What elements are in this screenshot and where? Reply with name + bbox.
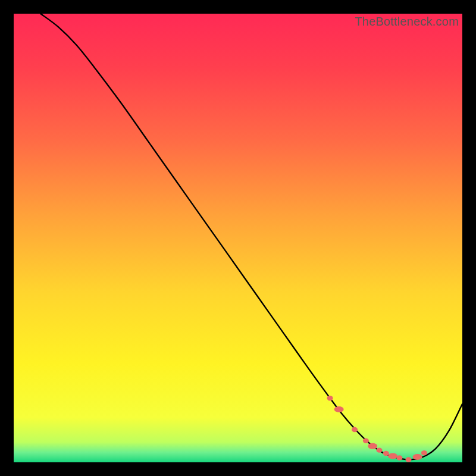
marker-dot (383, 451, 389, 456)
watermark-text: TheBottleneck.com (355, 15, 459, 29)
marker-dot (377, 447, 383, 452)
marker-dot (388, 453, 397, 459)
chart-svg (14, 14, 462, 462)
marker-dot (363, 439, 369, 443)
marker-dot (413, 454, 422, 460)
marker-dot (368, 443, 377, 449)
marker-dot (352, 427, 358, 432)
bottleneck-curve (40, 14, 462, 459)
chart-frame: TheBottleneck.com (14, 14, 462, 462)
marker-dot (406, 457, 412, 462)
optimal-range-markers (327, 396, 427, 462)
marker-dot (334, 406, 344, 412)
marker-dot (327, 396, 333, 400)
marker-dot (421, 450, 427, 455)
marker-dot (396, 455, 402, 460)
